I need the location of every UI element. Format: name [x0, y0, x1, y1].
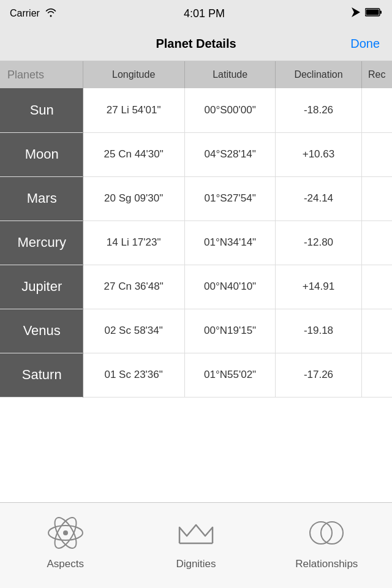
col-header-declination: Declination — [276, 61, 361, 88]
table-row: Moon25 Cn 44'30"04°S28'14"+10.63 — [0, 132, 392, 176]
time-label: 4:01 PM — [184, 7, 225, 20]
done-button[interactable]: Done — [350, 37, 380, 51]
cell-planet: Moon — [0, 132, 83, 176]
cell-declination: -19.18 — [276, 309, 361, 353]
cell-declination: -17.26 — [276, 353, 361, 397]
table-row: Jupiter27 Cn 36'48"00°N40'10"+14.91 — [0, 265, 392, 309]
cell-latitude: 04°S28'14" — [184, 132, 276, 176]
table-row: Mercury14 Li 17'23"01°N34'14"-12.80 — [0, 221, 392, 265]
cell-declination: -24.14 — [276, 176, 361, 221]
cell-longitude: 27 Cn 36'48" — [83, 265, 184, 309]
table-row: Mars20 Sg 09'30"01°S27'54"-24.14 — [0, 176, 392, 221]
col-header-rec: Rec — [361, 61, 392, 88]
cell-planet: Venus — [0, 309, 83, 353]
tab-relationships[interactable]: Relationships — [262, 515, 391, 570]
planets-table: Planets Longitude Latitude Declination R… — [0, 61, 392, 398]
status-bar: Carrier 4:01 PM — [0, 0, 392, 27]
cell-longitude: 25 Cn 44'30" — [83, 132, 184, 176]
svg-point-7 — [63, 530, 68, 535]
cell-rec — [361, 88, 392, 132]
table-row: Sun27 Li 54'01"00°S00'00"-18.26 — [0, 88, 392, 132]
cell-declination: +10.63 — [276, 132, 361, 176]
table-header-row: Planets Longitude Latitude Declination R… — [0, 61, 392, 88]
data-table-container: Planets Longitude Latitude Declination R… — [0, 61, 392, 502]
cell-rec — [361, 309, 392, 353]
nav-bar: Planet Details Done — [0, 27, 392, 61]
cell-declination: -12.80 — [276, 221, 361, 265]
col-header-latitude: Latitude — [184, 61, 276, 88]
cell-planet: Mercury — [0, 221, 83, 265]
svg-marker-0 — [352, 7, 360, 17]
aspects-icon — [44, 515, 87, 552]
svg-rect-2 — [380, 11, 382, 14]
cell-declination: +14.91 — [276, 265, 361, 309]
col-header-planets: Planets — [0, 61, 83, 88]
page-title: Planet Details — [156, 37, 236, 51]
cell-longitude: 14 Li 17'23" — [83, 221, 184, 265]
cell-rec — [361, 221, 392, 265]
tab-aspects[interactable]: Aspects — [1, 515, 130, 570]
relationships-icon — [305, 515, 348, 552]
cell-latitude: 00°S00'00" — [184, 88, 276, 132]
cell-latitude: 00°N19'15" — [184, 309, 276, 353]
dignities-icon — [175, 515, 217, 552]
wifi-icon — [45, 7, 57, 20]
tab-dignities[interactable]: Dignities — [131, 515, 260, 570]
cell-planet: Jupiter — [0, 265, 83, 309]
cell-longitude: 20 Sg 09'30" — [83, 176, 184, 221]
cell-latitude: 01°N34'14" — [184, 221, 276, 265]
cell-rec — [361, 132, 392, 176]
tab-relationships-label: Relationships — [295, 558, 358, 570]
carrier-label: Carrier — [10, 8, 40, 19]
col-header-longitude: Longitude — [83, 61, 184, 88]
cell-latitude: 01°N55'02" — [184, 353, 276, 397]
svg-rect-3 — [366, 10, 379, 15]
cell-declination: -18.26 — [276, 88, 361, 132]
cell-longitude: 02 Sc 58'34" — [83, 309, 184, 353]
cell-rec — [361, 353, 392, 397]
cell-latitude: 00°N40'10" — [184, 265, 276, 309]
tab-bar: Aspects Dignities Relation — [0, 502, 392, 588]
cell-rec — [361, 265, 392, 309]
battery-icon — [365, 8, 382, 19]
cell-latitude: 01°S27'54" — [184, 176, 276, 221]
table-row: Venus02 Sc 58'34"00°N19'15"-19.18 — [0, 309, 392, 353]
cell-rec — [361, 176, 392, 221]
tab-dignities-label: Dignities — [176, 558, 216, 570]
cell-longitude: 01 Sc 23'36" — [83, 353, 184, 397]
tab-aspects-label: Aspects — [47, 558, 83, 570]
cell-planet: Mars — [0, 176, 83, 221]
cell-planet: Saturn — [0, 353, 83, 397]
cell-planet: Sun — [0, 88, 83, 132]
location-icon — [352, 7, 360, 20]
table-row: Saturn01 Sc 23'36"01°N55'02"-17.26 — [0, 353, 392, 397]
cell-longitude: 27 Li 54'01" — [83, 88, 184, 132]
